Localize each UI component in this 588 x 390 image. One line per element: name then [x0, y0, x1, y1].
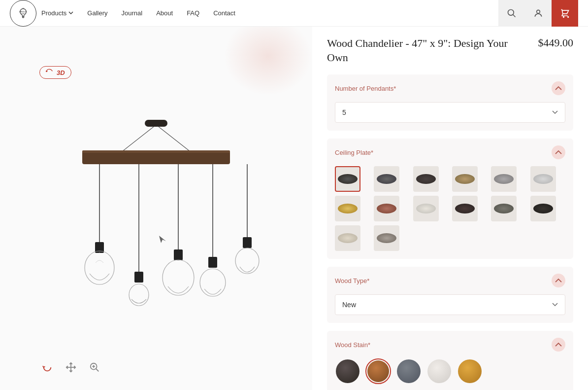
- 3d-view-badge[interactable]: 3D: [39, 66, 71, 79]
- product-price: $449.00: [538, 36, 574, 49]
- product-config-panel: Wood Chandelier - 47" x 9": Design Your …: [312, 27, 588, 390]
- wood-type-section: Wood Type* New Reclaimed Live Edge: [327, 267, 573, 323]
- chevron-down-icon: [68, 11, 73, 15]
- svg-point-27: [200, 269, 226, 296]
- svg-point-24: [163, 260, 194, 295]
- svg-line-34: [96, 369, 99, 372]
- plate-option-13[interactable]: [335, 225, 360, 251]
- pendants-label: Number of Pendants*: [335, 85, 396, 92]
- nav-journal[interactable]: Journal: [122, 9, 143, 17]
- ceiling-plate-chevron[interactable]: [552, 145, 565, 159]
- wood-type-body: New Reclaimed Live Edge: [327, 294, 573, 323]
- viewer-controls: [39, 359, 102, 375]
- cart-icon: [560, 8, 570, 18]
- zoom-control[interactable]: [87, 359, 102, 375]
- ceiling-plate-header[interactable]: Ceiling Plate*: [327, 139, 573, 166]
- svg-rect-29: [243, 237, 252, 248]
- pendants-section: Number of Pendants* 1 2 3 4 5 6 7 8: [327, 74, 573, 131]
- plate-option-4[interactable]: [452, 166, 478, 192]
- plate-option-11[interactable]: [491, 196, 517, 221]
- search-icon: [507, 8, 517, 18]
- plate-option-14[interactable]: [374, 225, 399, 251]
- svg-line-11: [122, 127, 154, 152]
- svg-point-8: [563, 16, 564, 17]
- wood-stain-label: Wood Stain*: [335, 341, 370, 349]
- nav-links: Products Gallery Journal About FAQ Conta…: [41, 9, 498, 17]
- svg-rect-26: [208, 257, 217, 268]
- main-layout: 3D: [0, 27, 588, 390]
- ceiling-plate-section: Ceiling Plate*: [327, 139, 573, 259]
- account-button[interactable]: [525, 0, 552, 27]
- wood-stain-section: Wood Stain*: [327, 331, 573, 390]
- wood-stain-header[interactable]: Wood Stain*: [327, 331, 573, 358]
- chandelier-image: [33, 105, 279, 312]
- wood-stain-chevron[interactable]: [552, 338, 565, 352]
- nav-products[interactable]: Products: [41, 9, 73, 17]
- pan-control[interactable]: [63, 359, 79, 375]
- plate-option-10[interactable]: [452, 196, 478, 221]
- svg-rect-10: [145, 120, 167, 127]
- wood-type-chevron[interactable]: [552, 274, 565, 287]
- wood-type-header[interactable]: Wood Type*: [327, 267, 573, 294]
- plate-option-9[interactable]: [413, 196, 439, 221]
- svg-point-7: [537, 10, 540, 13]
- svg-point-30: [235, 248, 259, 274]
- chandelier-viewer: [33, 105, 279, 312]
- plate-grid: [335, 166, 565, 251]
- svg-rect-14: [82, 150, 230, 153]
- rotate-icon: [46, 69, 54, 76]
- wood-stain-body: [327, 358, 573, 390]
- plate-option-1[interactable]: [335, 166, 360, 192]
- navigation: HANGOUT LIGHT Products Gallery Journal A…: [0, 0, 588, 27]
- plate-option-2[interactable]: [374, 166, 399, 192]
- plate-option-3[interactable]: [413, 166, 439, 192]
- product-header: Wood Chandelier - 47" x 9": Design Your …: [327, 36, 573, 65]
- viewer-panel: 3D: [0, 27, 312, 390]
- plate-option-5[interactable]: [491, 166, 517, 192]
- chevron-up-icon: [555, 277, 562, 284]
- product-title: Wood Chandelier - 47" x 9": Design Your …: [327, 36, 528, 65]
- chevron-up-icon: [555, 149, 562, 156]
- pendants-body: 1 2 3 4 5 6 7 8: [327, 102, 573, 131]
- svg-point-5: [508, 9, 514, 15]
- stain-option-natural[interactable]: [457, 358, 483, 384]
- svg-rect-23: [174, 249, 183, 260]
- nav-actions: [498, 0, 578, 27]
- svg-text:HANGOUT: HANGOUT: [19, 11, 27, 13]
- rotate-control[interactable]: [39, 359, 55, 375]
- svg-point-21: [129, 284, 149, 306]
- plate-option-6[interactable]: [530, 166, 556, 192]
- plate-option-12[interactable]: [530, 196, 556, 221]
- nav-gallery[interactable]: Gallery: [87, 9, 107, 17]
- stain-grid: [335, 358, 565, 384]
- cart-button[interactable]: [552, 0, 578, 27]
- pendants-header[interactable]: Number of Pendants*: [327, 74, 573, 102]
- pendants-chevron[interactable]: [552, 81, 565, 95]
- svg-line-6: [513, 14, 516, 17]
- svg-point-9: [568, 16, 569, 17]
- chevron-up-icon: [555, 341, 562, 348]
- plate-option-8[interactable]: [374, 196, 399, 221]
- wood-type-label: Wood Type*: [335, 277, 369, 284]
- stain-option-dark[interactable]: [335, 358, 360, 384]
- stain-option-grey[interactable]: [396, 358, 422, 384]
- stain-option-white[interactable]: [426, 358, 452, 384]
- ceiling-plate-label: Ceiling Plate*: [335, 149, 373, 156]
- logo[interactable]: HANGOUT LIGHT: [10, 0, 36, 27]
- nav-about[interactable]: About: [156, 9, 173, 17]
- ceiling-plate-body: [327, 166, 573, 259]
- nav-contact[interactable]: Contact: [213, 9, 235, 17]
- svg-point-17: [85, 251, 114, 284]
- search-button[interactable]: [498, 0, 525, 27]
- decoration-blob: [224, 27, 312, 96]
- svg-text:LIGHT: LIGHT: [21, 13, 25, 15]
- pendants-select[interactable]: 1 2 3 4 5 6 7 8: [335, 102, 565, 123]
- nav-faq[interactable]: FAQ: [187, 9, 199, 17]
- svg-line-12: [159, 127, 191, 152]
- plate-option-7[interactable]: [335, 196, 360, 221]
- svg-rect-20: [134, 272, 143, 283]
- wood-type-select[interactable]: New Reclaimed Live Edge: [335, 294, 565, 315]
- stain-option-walnut[interactable]: [365, 358, 391, 384]
- chevron-up-icon: [555, 85, 562, 92]
- user-icon: [533, 8, 543, 18]
